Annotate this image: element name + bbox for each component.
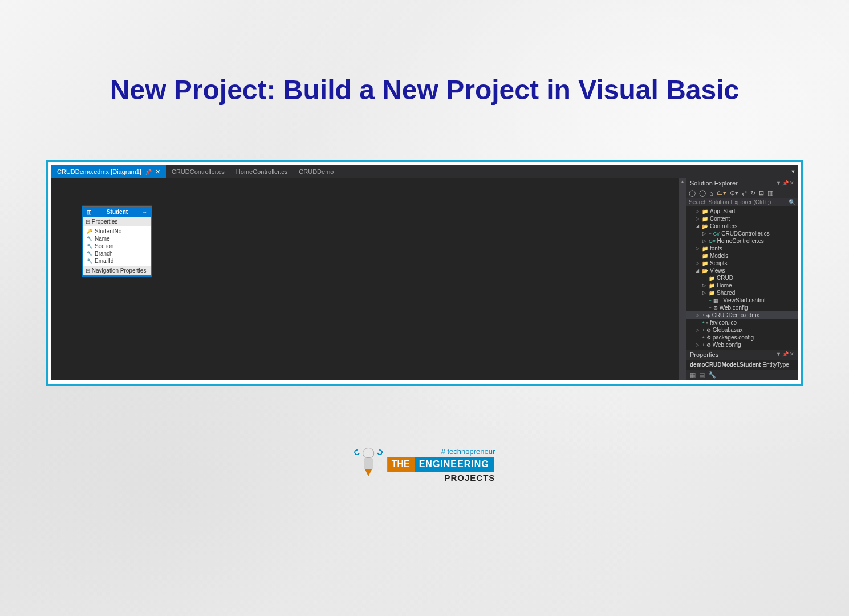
tab-homecontroller[interactable]: HomeController.cs: [230, 165, 293, 178]
vertical-scrollbar[interactable]: ▲: [679, 178, 686, 380]
tab-crudcontroller[interactable]: CRUDController.cs: [166, 165, 230, 178]
categorized-icon[interactable]: ▦: [690, 371, 696, 379]
prop-label: Section: [95, 243, 113, 249]
prop-emailid[interactable]: 🔧EmailId: [83, 257, 151, 265]
expanded-icon[interactable]: ◢: [694, 224, 700, 229]
collapsed-icon[interactable]: ▷: [701, 290, 707, 295]
tree-views[interactable]: ◢📂Views: [686, 267, 798, 274]
scope-icon[interactable]: ⊙▾: [730, 189, 738, 197]
tree-crudcontroller[interactable]: ▷+C#CRUDController.cs: [686, 230, 798, 237]
tree-globalasax[interactable]: ▷+⚙Global.asax: [686, 326, 798, 334]
properties-selected-object[interactable]: demoCRUDModel.Student EntityType: [686, 360, 798, 370]
tab-cruddemo-edmx[interactable]: CRUDDemo.edmx [Diagram1] 📌 ✕: [51, 165, 166, 178]
collapsed-icon[interactable]: ▷: [694, 209, 700, 214]
plus-icon: +: [702, 342, 705, 347]
collapsed-icon[interactable]: ▷: [694, 327, 700, 333]
plus-icon: +: [702, 313, 705, 318]
folder-icon: 📁: [709, 290, 715, 296]
collapsed-icon[interactable]: ▷: [694, 313, 700, 318]
collapse-icon[interactable]: ⊡: [759, 189, 764, 197]
back-icon[interactable]: ◯: [689, 189, 696, 197]
collapsed-icon[interactable]: ▷: [701, 238, 707, 244]
solution-explorer-search[interactable]: Search Solution Explorer (Ctrl+;) 🔍: [686, 198, 798, 206]
tree-homecontroller[interactable]: ▷C#HomeController.cs: [686, 237, 798, 245]
tree-viewstart[interactable]: +▦_ViewStart.cshtml: [686, 297, 798, 304]
plus-icon: +: [709, 298, 712, 303]
asax-file-icon: ⚙: [706, 327, 711, 333]
show-all-icon[interactable]: ▥: [767, 189, 773, 197]
collapsed-icon[interactable]: ▷: [701, 283, 707, 288]
logo-engineering: ENGINEERING: [415, 457, 494, 472]
collapsed-icon[interactable]: ▷: [694, 261, 700, 266]
close-icon[interactable]: ✕: [155, 168, 160, 176]
dropdown-icon[interactable]: ▼: [776, 351, 781, 358]
site-logo: # technopreneur THE ENGINEERING PROJECTS: [354, 445, 495, 485]
tree-content[interactable]: ▷📁Content: [686, 215, 798, 222]
collapsed-icon[interactable]: ▷: [694, 216, 700, 221]
prop-studentno[interactable]: 🔑StudentNo: [83, 228, 151, 235]
folder-icon: 📁: [702, 261, 708, 266]
prop-label: EmailId: [95, 258, 113, 264]
pin-icon[interactable]: 📌: [145, 169, 152, 175]
tree-webconfig-views[interactable]: +⚙Web.config: [686, 304, 798, 311]
tree-label: Scripts: [710, 260, 728, 266]
solution-explorer-header: Solution Explorer ▼ 📌 ✕: [686, 178, 798, 188]
tree-app-start[interactable]: ▷📁App_Start: [686, 208, 798, 215]
properties-section-header[interactable]: ⊟ Properties: [83, 217, 151, 226]
solution-tree: ▷📁App_Start ▷📁Content ◢📂Controllers ▷+C#…: [686, 206, 798, 350]
tab-cruddemo[interactable]: CRUDDemo: [293, 165, 339, 178]
tree-home[interactable]: ▷📁Home: [686, 282, 798, 289]
tree-crud[interactable]: 📁CRUD: [686, 274, 798, 282]
tab-overflow-dropdown[interactable]: ▼: [789, 169, 798, 175]
collapsed-icon[interactable]: ▷: [694, 246, 700, 251]
tree-label: Content: [710, 216, 730, 222]
tree-controllers[interactable]: ◢📂Controllers: [686, 222, 798, 230]
expanded-icon[interactable]: ◢: [694, 268, 700, 273]
home-icon[interactable]: ⌂: [709, 190, 713, 197]
close-icon[interactable]: ✕: [790, 351, 794, 358]
prop-branch[interactable]: 🔧Branch: [83, 250, 151, 257]
edmx-file-icon: ◈: [706, 313, 710, 318]
tree-shared[interactable]: ▷📁Shared: [686, 289, 798, 297]
tree-label: Web.config: [720, 305, 748, 311]
tree-fonts[interactable]: ▷📁fonts: [686, 245, 798, 252]
prop-label: StudentNo: [95, 228, 121, 234]
tree-webconfig-root[interactable]: ▷+⚙Web.config: [686, 341, 798, 348]
logo-projects: PROJECTS: [387, 473, 495, 483]
entity-header[interactable]: ◫ Student ︿: [83, 207, 151, 217]
tree-scripts[interactable]: ▷📁Scripts: [686, 260, 798, 267]
alphabetical-icon[interactable]: ▤: [699, 371, 705, 379]
search-icon[interactable]: 🔍: [789, 199, 795, 205]
edmx-designer-canvas[interactable]: ◫ Student ︿ ⊟ Properties 🔑StudentNo 🔧Nam…: [51, 178, 679, 380]
pin-icon[interactable]: 📌: [782, 180, 789, 186]
plus-icon: +: [702, 335, 705, 340]
properties-list: 🔑StudentNo 🔧Name 🔧Section 🔧Branch 🔧Email…: [83, 226, 151, 266]
tree-cruddemo-edmx[interactable]: ▷+◈CRUDDemo.edmx: [686, 311, 798, 319]
collapsed-icon[interactable]: ▷: [701, 231, 707, 236]
collapsed-icon[interactable]: ▷: [694, 342, 700, 347]
branch-icon[interactable]: ⇄: [742, 189, 747, 197]
tree-label: Web.config: [713, 342, 741, 348]
logo-the: THE: [387, 457, 415, 472]
tree-favicon[interactable]: +▫favicon.ico: [686, 319, 798, 326]
entity-student[interactable]: ◫ Student ︿ ⊟ Properties 🔑StudentNo 🔧Nam…: [83, 206, 151, 276]
sync-icon[interactable]: 🗀▾: [717, 189, 726, 197]
dropdown-icon[interactable]: ▼: [776, 180, 781, 186]
refresh-icon[interactable]: ↻: [750, 189, 755, 197]
prop-section[interactable]: 🔧Section: [83, 242, 151, 250]
section-label: Navigation Properties: [92, 268, 147, 274]
wrench-icon: 🔧: [87, 251, 92, 256]
close-icon[interactable]: ✕: [790, 180, 794, 186]
chevron-up-icon[interactable]: ︿: [143, 209, 147, 215]
prop-name[interactable]: 🔧Name: [83, 235, 151, 242]
folder-icon: 📁: [709, 283, 715, 289]
tree-packages[interactable]: +⚙packages.config: [686, 334, 798, 341]
scroll-up-icon[interactable]: ▲: [679, 178, 686, 186]
tree-models[interactable]: 📁Models: [686, 252, 798, 260]
forward-icon[interactable]: ◯: [699, 189, 706, 197]
csharp-file-icon: C#: [709, 238, 716, 244]
property-pages-icon[interactable]: 🔧: [708, 371, 716, 379]
prop-label: Name: [95, 236, 110, 242]
nav-properties-section-header[interactable]: ⊟ Navigation Properties: [83, 266, 151, 275]
pin-icon[interactable]: 📌: [782, 351, 789, 358]
